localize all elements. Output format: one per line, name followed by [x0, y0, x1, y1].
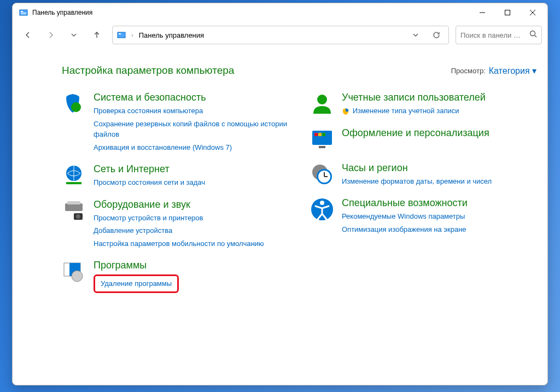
category-link[interactable]: Изменение типа учетной записи	[342, 106, 486, 116]
category-columns: Система и безопасность Проверка состояни…	[62, 92, 536, 293]
category-programs: Программы Удаление программы	[62, 260, 288, 293]
svg-rect-9	[119, 33, 121, 34]
svg-point-12	[71, 102, 81, 112]
svg-rect-5	[505, 10, 510, 15]
svg-rect-1	[21, 11, 23, 12]
globe-icon	[62, 163, 86, 188]
monitor-icon	[310, 127, 334, 151]
category-network: Сеть и Интернет Просмотр состояния сети …	[62, 163, 288, 188]
svg-point-21	[72, 271, 83, 282]
viewby-label: Просмотр:	[451, 67, 486, 75]
svg-rect-27	[319, 146, 325, 148]
window-title: Панель управления	[32, 9, 470, 16]
uninstall-program-link[interactable]: Удаление программы	[101, 279, 172, 288]
category-user-accounts: Учетные записи пользователей Изменение т…	[310, 92, 536, 116]
svg-rect-16	[67, 201, 80, 204]
uac-shield-icon	[342, 108, 349, 115]
category-link[interactable]: Рекомендуемые Windows параметры	[342, 211, 468, 222]
clock-icon	[310, 162, 334, 186]
refresh-button[interactable]	[429, 27, 444, 43]
programs-icon	[62, 260, 86, 284]
svg-point-10	[530, 31, 535, 36]
category-link[interactable]: Добавление устройства	[94, 225, 264, 236]
category-title[interactable]: Программы	[94, 260, 179, 271]
search-box[interactable]	[456, 26, 542, 44]
svg-rect-25	[318, 133, 322, 136]
svg-line-11	[535, 36, 537, 38]
maximize-button[interactable]	[495, 4, 520, 21]
category-hardware: Оборудование и звук Просмотр устройств и…	[62, 199, 288, 249]
svg-point-18	[76, 214, 80, 219]
svg-point-22	[317, 95, 327, 104]
category-title[interactable]: Оборудование и звук	[94, 199, 264, 210]
category-link[interactable]: Оптимизация изображения на экране	[342, 224, 468, 235]
category-link[interactable]: Сохранение резервных копий файлов с помо…	[94, 119, 288, 140]
titlebar: Панель управления	[13, 3, 547, 22]
category-link[interactable]: Архивация и восстановление (Windows 7)	[94, 142, 288, 153]
search-icon	[529, 30, 537, 40]
svg-rect-15	[65, 203, 83, 211]
viewby-dropdown[interactable]: Категория ▾	[489, 66, 536, 76]
category-title[interactable]: Часы и регион	[342, 162, 492, 174]
svg-rect-26	[322, 133, 325, 136]
category-appearance: Оформление и персонализация	[310, 127, 536, 151]
category-title[interactable]: Сеть и Интернет	[94, 163, 205, 175]
page-title: Настройка параметров компьютера	[62, 65, 451, 77]
user-icon	[310, 92, 334, 116]
svg-rect-24	[314, 133, 318, 136]
category-link[interactable]: Просмотр устройств и принтеров	[94, 213, 264, 224]
category-title[interactable]: Система и безопасность	[94, 92, 288, 103]
svg-rect-8	[118, 32, 125, 38]
right-column: Учетные записи пользователей Изменение т…	[310, 92, 536, 293]
chevron-right-icon: ›	[131, 32, 133, 38]
forward-button[interactable]	[41, 25, 61, 45]
category-title[interactable]: Оформление и персонализация	[342, 127, 489, 139]
minimize-button[interactable]	[470, 4, 495, 21]
close-button[interactable]	[520, 4, 545, 21]
app-icon	[19, 8, 28, 17]
up-button[interactable]	[87, 25, 107, 45]
svg-rect-3	[21, 14, 26, 14]
svg-point-34	[320, 201, 324, 205]
page-header: Настройка параметров компьютера Просмотр…	[62, 65, 536, 77]
category-link[interactable]: Настройка параметров мобильности по умол…	[94, 238, 264, 249]
location-icon	[117, 31, 126, 39]
control-panel-window: Панель управления › Панель управления На…	[12, 3, 548, 385]
category-link[interactable]: Изменение форматов даты, времени и чисел	[342, 176, 492, 187]
category-system-security: Система и безопасность Проверка состояни…	[62, 92, 288, 153]
shield-icon	[62, 92, 86, 116]
left-column: Система и безопасность Проверка состояни…	[62, 92, 288, 293]
category-title[interactable]: Учетные записи пользователей	[342, 92, 486, 103]
category-accessibility: Специальные возможности Рекомендуемые Wi…	[310, 197, 536, 235]
address-path[interactable]: Панель управления	[139, 31, 402, 39]
recent-dropdown[interactable]	[64, 25, 84, 45]
back-button[interactable]	[18, 25, 38, 45]
content-area: Настройка параметров компьютера Просмотр…	[13, 48, 547, 385]
highlighted-link: Удаление программы	[94, 274, 179, 293]
svg-rect-2	[21, 13, 26, 13]
category-link[interactable]: Просмотр состояния сети и задач	[94, 177, 205, 188]
svg-rect-23	[312, 131, 332, 145]
window-controls	[470, 4, 545, 21]
category-link[interactable]: Проверка состояния компьютера	[94, 106, 288, 116]
category-title[interactable]: Специальные возможности	[342, 197, 468, 209]
navigation-bar: › Панель управления	[13, 22, 547, 48]
accessibility-icon	[310, 197, 334, 221]
address-bar[interactable]: › Панель управления	[112, 26, 449, 44]
search-input[interactable]	[460, 31, 529, 39]
svg-rect-14	[66, 182, 81, 184]
category-clock-region: Часы и регион Изменение форматов даты, в…	[310, 162, 536, 187]
printer-icon	[62, 199, 86, 223]
address-dropdown[interactable]	[408, 27, 423, 43]
